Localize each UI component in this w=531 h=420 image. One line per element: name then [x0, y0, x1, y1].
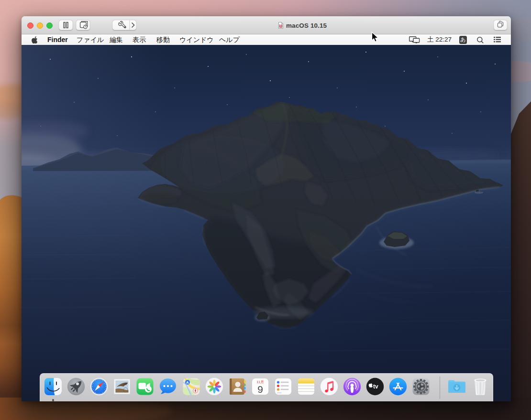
svg-text:9: 9 — [257, 384, 263, 395]
svg-text:tv: tv — [373, 383, 378, 390]
svg-text:A: A — [186, 380, 189, 385]
svg-text:S: S — [280, 24, 282, 27]
